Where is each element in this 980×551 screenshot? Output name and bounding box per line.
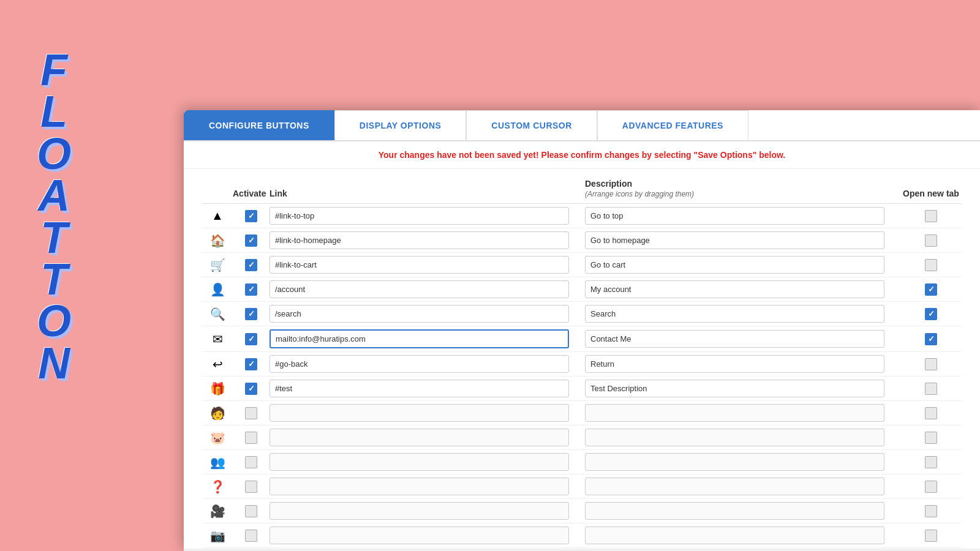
row-desc-input-0[interactable] bbox=[585, 207, 900, 225]
tab-advanced-features[interactable]: ADVANCED FEATURES bbox=[597, 110, 748, 140]
desc-field-4[interactable] bbox=[585, 305, 884, 323]
link-field-7[interactable] bbox=[270, 380, 569, 397]
row-desc-input-12[interactable] bbox=[585, 502, 900, 520]
link-field-3[interactable] bbox=[270, 280, 569, 298]
desc-field-2[interactable] bbox=[585, 256, 884, 274]
link-field-1[interactable] bbox=[270, 231, 569, 249]
desc-field-8[interactable] bbox=[585, 404, 884, 422]
desc-field-10[interactable] bbox=[585, 453, 884, 471]
row-desc-input-10[interactable] bbox=[585, 453, 900, 471]
link-field-2[interactable] bbox=[270, 256, 569, 274]
row-link-input-4[interactable] bbox=[270, 305, 585, 323]
row-open-tab-checkbox-11[interactable] bbox=[900, 481, 962, 493]
row-desc-input-9[interactable] bbox=[585, 429, 900, 446]
desc-field-9[interactable] bbox=[585, 429, 884, 446]
tab-configure-buttons[interactable]: CONFIGURE BUTTONS bbox=[184, 110, 334, 140]
row-desc-input-3[interactable] bbox=[585, 280, 900, 298]
tab-custom-cursor[interactable]: CUSTOM CURSOR bbox=[466, 110, 597, 140]
row-link-input-5[interactable] bbox=[270, 329, 585, 348]
row-activate-checkbox-5[interactable] bbox=[233, 333, 270, 345]
row-desc-input-5[interactable] bbox=[585, 330, 900, 348]
row-icon-gift: 🎁 bbox=[202, 381, 233, 396]
link-field-4[interactable] bbox=[270, 305, 569, 323]
row-desc-input-13[interactable] bbox=[585, 527, 900, 544]
row-desc-input-11[interactable] bbox=[585, 478, 900, 495]
row-activate-checkbox-0[interactable] bbox=[233, 210, 270, 222]
row-activate-checkbox-11[interactable] bbox=[233, 481, 270, 493]
desc-field-7[interactable] bbox=[585, 380, 884, 397]
desc-field-6[interactable] bbox=[585, 355, 884, 373]
row-activate-checkbox-2[interactable] bbox=[233, 259, 270, 271]
row-desc-input-2[interactable] bbox=[585, 256, 900, 274]
link-field-8[interactable] bbox=[270, 404, 569, 422]
link-field-11[interactable] bbox=[270, 478, 569, 495]
row-link-input-13[interactable] bbox=[270, 527, 585, 544]
row-activate-checkbox-12[interactable] bbox=[233, 505, 270, 517]
row-open-tab-checkbox-4[interactable] bbox=[900, 308, 962, 320]
desc-field-5[interactable] bbox=[585, 330, 884, 348]
row-link-input-2[interactable] bbox=[270, 256, 585, 274]
col-header-open-tab: Open new tab bbox=[900, 189, 962, 198]
row-link-input-11[interactable] bbox=[270, 478, 585, 495]
row-link-input-1[interactable] bbox=[270, 231, 585, 249]
link-field-5[interactable] bbox=[270, 329, 569, 348]
row-activate-checkbox-9[interactable] bbox=[233, 432, 270, 444]
tab-display-options[interactable]: DISPLAY OPTIONS bbox=[334, 110, 467, 140]
row-activate-checkbox-4[interactable] bbox=[233, 308, 270, 320]
row-open-tab-checkbox-3[interactable] bbox=[900, 283, 962, 296]
row-open-tab-checkbox-8[interactable] bbox=[900, 407, 962, 419]
row-activate-checkbox-8[interactable] bbox=[233, 407, 270, 419]
row-icon-home: 🏠 bbox=[202, 233, 233, 248]
row-icon-group: 👥 bbox=[202, 455, 233, 470]
link-field-0[interactable] bbox=[270, 207, 569, 225]
col-header-activate: Activate bbox=[233, 189, 270, 198]
row-link-input-6[interactable] bbox=[270, 355, 585, 373]
row-activate-checkbox-6[interactable] bbox=[233, 358, 270, 370]
row-desc-input-4[interactable] bbox=[585, 305, 900, 323]
table-row: 🏠 bbox=[202, 228, 962, 253]
row-open-tab-checkbox-0[interactable] bbox=[900, 210, 962, 222]
row-desc-input-7[interactable] bbox=[585, 380, 900, 397]
row-icon-photo: 📷 bbox=[202, 528, 233, 543]
row-open-tab-checkbox-12[interactable] bbox=[900, 505, 962, 517]
row-activate-checkbox-10[interactable] bbox=[233, 456, 270, 468]
link-field-9[interactable] bbox=[270, 429, 569, 446]
row-open-tab-checkbox-9[interactable] bbox=[900, 432, 962, 444]
row-desc-input-6[interactable] bbox=[585, 355, 900, 373]
row-open-tab-checkbox-1[interactable] bbox=[900, 234, 962, 247]
row-open-tab-checkbox-6[interactable] bbox=[900, 358, 962, 370]
desc-field-0[interactable] bbox=[585, 207, 884, 225]
desc-field-1[interactable] bbox=[585, 231, 884, 249]
row-open-tab-checkbox-7[interactable] bbox=[900, 383, 962, 395]
row-activate-checkbox-3[interactable] bbox=[233, 283, 270, 296]
row-activate-checkbox-1[interactable] bbox=[233, 234, 270, 247]
table-row: 📷 bbox=[202, 523, 962, 548]
row-desc-input-8[interactable] bbox=[585, 404, 900, 422]
row-open-tab-checkbox-13[interactable] bbox=[900, 530, 962, 542]
link-field-10[interactable] bbox=[270, 453, 569, 471]
row-link-input-10[interactable] bbox=[270, 453, 585, 471]
link-field-13[interactable] bbox=[270, 527, 569, 544]
table-row: 🔍 bbox=[202, 302, 962, 326]
row-link-input-9[interactable] bbox=[270, 429, 585, 446]
desc-field-12[interactable] bbox=[585, 502, 884, 520]
row-open-tab-checkbox-10[interactable] bbox=[900, 456, 962, 468]
row-activate-checkbox-7[interactable] bbox=[233, 383, 270, 395]
row-desc-input-1[interactable] bbox=[585, 231, 900, 249]
row-icon-person: 👤 bbox=[202, 282, 233, 297]
row-open-tab-checkbox-5[interactable] bbox=[900, 333, 962, 345]
row-link-input-7[interactable] bbox=[270, 380, 585, 397]
link-field-6[interactable] bbox=[270, 355, 569, 373]
row-link-input-8[interactable] bbox=[270, 404, 585, 422]
desc-field-11[interactable] bbox=[585, 478, 884, 495]
desc-field-3[interactable] bbox=[585, 280, 884, 298]
link-field-12[interactable] bbox=[270, 502, 569, 520]
row-activate-checkbox-13[interactable] bbox=[233, 530, 270, 542]
row-open-tab-checkbox-2[interactable] bbox=[900, 259, 962, 271]
desc-field-13[interactable] bbox=[585, 527, 884, 544]
row-link-input-0[interactable] bbox=[270, 207, 585, 225]
table-row: 👥 bbox=[202, 450, 962, 474]
col-header-description: Description (Arrange icons by dragging t… bbox=[585, 179, 900, 198]
row-link-input-3[interactable] bbox=[270, 280, 585, 298]
row-link-input-12[interactable] bbox=[270, 502, 585, 520]
